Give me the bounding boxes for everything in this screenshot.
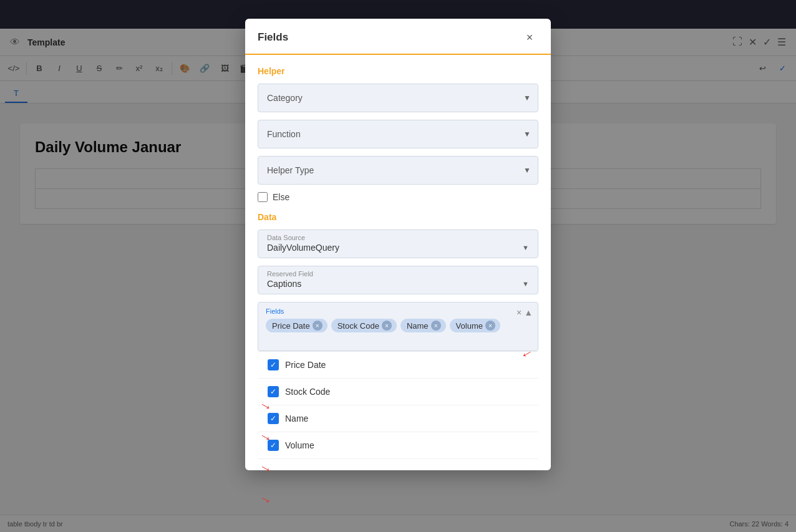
data-source-arrow-icon: ▼ bbox=[522, 244, 529, 251]
fields-box-actions: × ▲ bbox=[517, 307, 533, 317]
fields-clear-button[interactable]: × bbox=[517, 307, 522, 317]
option-name[interactable]: ✓ Name bbox=[258, 405, 538, 432]
option-stock-code[interactable]: ✓ Stock Code bbox=[258, 379, 538, 405]
fields-expand-button[interactable]: ▲ bbox=[524, 307, 533, 317]
category-wrapper: Category ▼ bbox=[258, 84, 538, 112]
else-label: Else bbox=[273, 192, 289, 202]
category-select[interactable]: Category bbox=[258, 84, 538, 112]
fields-box-label: Fields bbox=[266, 307, 530, 315]
tag-stock-code-remove[interactable]: × bbox=[382, 321, 392, 331]
option-name-checkbox[interactable]: ✓ bbox=[268, 413, 279, 424]
tag-volume[interactable]: Volume × bbox=[450, 319, 500, 332]
option-price-date-label: Price Date bbox=[285, 360, 326, 370]
option-volume[interactable]: ✓ Volume bbox=[258, 432, 538, 459]
data-section-label: Data bbox=[258, 212, 538, 222]
fields-multiselect-box[interactable]: Fields Price Date × Stock Code × Name × … bbox=[258, 302, 538, 351]
reserved-field-label: Reserved Field bbox=[267, 270, 529, 278]
reserved-field-value-row: Captions ▼ bbox=[267, 279, 529, 289]
reserved-field-arrow-icon: ▼ bbox=[522, 280, 529, 288]
option-name-label: Name bbox=[285, 414, 308, 423]
modal-header: Fields × bbox=[245, 19, 551, 55]
option-volume-label: Volume bbox=[285, 440, 314, 450]
tags-area: Price Date × Stock Code × Name × Volume … bbox=[266, 319, 530, 346]
helper-section-label: Helper bbox=[258, 66, 538, 76]
data-source-value-row: DailyVolumeQuery ▼ bbox=[267, 243, 529, 253]
function-wrapper: Function ▼ bbox=[258, 120, 538, 148]
option-price-date[interactable]: ✓ Price Date bbox=[258, 352, 538, 379]
reserved-field-value: Captions bbox=[267, 279, 301, 289]
fields-text-input[interactable] bbox=[266, 336, 371, 346]
data-source-label: Data Source bbox=[267, 234, 529, 241]
reserved-field-wrapper[interactable]: Reserved Field Captions ▼ bbox=[258, 266, 538, 294]
helper-type-wrapper: Helper Type ▼ bbox=[258, 156, 538, 185]
option-volume-checkbox[interactable]: ✓ bbox=[268, 440, 279, 451]
data-source-wrapper[interactable]: Data Source DailyVolumeQuery ▼ bbox=[258, 230, 538, 258]
tag-name-remove[interactable]: × bbox=[431, 321, 441, 331]
data-source-value: DailyVolumeQuery bbox=[267, 243, 339, 253]
fields-modal: Fields × Helper Category ▼ Function ▼ He… bbox=[245, 19, 551, 470]
option-price-date-checkbox[interactable]: ✓ bbox=[268, 359, 279, 370]
option-stock-code-checkbox[interactable]: ✓ bbox=[268, 386, 279, 397]
function-select[interactable]: Function bbox=[258, 120, 538, 148]
tag-name[interactable]: Name × bbox=[400, 319, 446, 332]
helper-type-select[interactable]: Helper Type bbox=[258, 156, 538, 185]
tag-price-date-label: Price Date bbox=[272, 321, 310, 331]
else-checkbox[interactable] bbox=[258, 192, 268, 202]
modal-body: Helper Category ▼ Function ▼ Helper Type… bbox=[245, 55, 551, 470]
tag-volume-label: Volume bbox=[456, 321, 483, 331]
tag-stock-code-label: Stock Code bbox=[337, 321, 379, 331]
tag-name-label: Name bbox=[407, 321, 429, 331]
else-row: Else bbox=[258, 192, 538, 202]
options-list: ✓ Price Date ✓ Stock Code ✓ Name ✓ bbox=[258, 351, 538, 459]
tag-stock-code[interactable]: Stock Code × bbox=[331, 319, 397, 332]
tag-volume-remove[interactable]: × bbox=[485, 321, 495, 331]
modal-title: Fields bbox=[258, 31, 288, 44]
tag-price-date-remove[interactable]: × bbox=[313, 321, 323, 331]
tag-price-date[interactable]: Price Date × bbox=[266, 319, 328, 332]
modal-close-button[interactable]: × bbox=[521, 29, 538, 46]
option-stock-code-label: Stock Code bbox=[285, 387, 330, 397]
